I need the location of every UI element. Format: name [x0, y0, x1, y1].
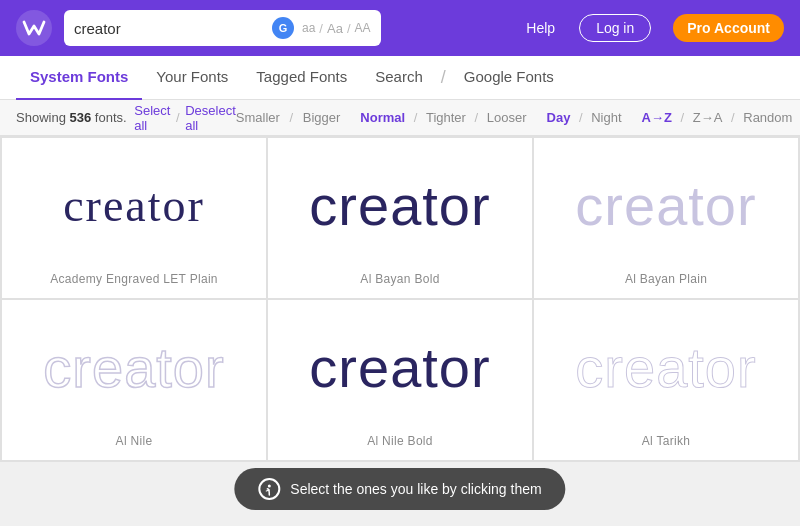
font-name-4: Al Nile Bold [367, 434, 433, 448]
google-g-icon: G [272, 17, 294, 39]
help-link[interactable]: Help [526, 20, 555, 36]
deselect-all-link[interactable]: Deselect all [185, 103, 236, 133]
font-card-3[interactable]: creator Al Nile [2, 300, 266, 460]
spacing-normal[interactable]: Normal [360, 110, 405, 125]
font-count-number: 536 [70, 110, 92, 125]
font-card-0[interactable]: creator Academy Engraved LET Plain [2, 138, 266, 298]
app-header: creator G aa / Aa / AA Help Log in Pro A… [0, 0, 800, 56]
svg-point-1 [268, 485, 271, 488]
font-name-5: Al Tarikh [642, 434, 691, 448]
tooltip-icon [258, 478, 280, 500]
font-name-1: Al Bayan Bold [360, 272, 439, 286]
sort-za[interactable]: Z→A [693, 110, 723, 125]
font-card-4[interactable]: creator Al Nile Bold [268, 300, 532, 460]
font-grid: creator Academy Engraved LET Plain creat… [0, 136, 800, 462]
case-options: aa / Aa / AA [302, 21, 371, 36]
nav-system-fonts[interactable]: System Fonts [16, 56, 142, 100]
size-smaller[interactable]: Smaller [236, 110, 280, 125]
case-aa[interactable]: aa [302, 21, 315, 35]
day-night-controls: Day / Night [547, 110, 622, 125]
login-button[interactable]: Log in [579, 14, 651, 42]
sort-controls: A→Z / Z→A / Random [642, 110, 793, 125]
font-preview-3: creator [43, 300, 224, 434]
font-name-0: Academy Engraved LET Plain [50, 272, 218, 286]
toolbar: Showing 536 fonts. Select all / Deselect… [0, 100, 800, 136]
night-mode[interactable]: Night [591, 110, 621, 125]
font-preview-0: creator [63, 138, 205, 272]
search-input[interactable]: creator [74, 20, 264, 37]
nav-divider: / [441, 67, 446, 88]
font-preview-2: creator [575, 138, 756, 272]
font-name-2: Al Bayan Plain [625, 272, 707, 286]
case-Aa[interactable]: Aa [327, 21, 343, 36]
main-nav: System Fonts Your Fonts Tagged Fonts Sea… [0, 56, 800, 100]
font-preview-5: creator [575, 300, 756, 434]
search-bar: creator G aa / Aa / AA [64, 10, 381, 46]
day-mode[interactable]: Day [547, 110, 571, 125]
size-bigger[interactable]: Bigger [303, 110, 341, 125]
nav-tagged-fonts[interactable]: Tagged Fonts [242, 56, 361, 100]
nav-your-fonts[interactable]: Your Fonts [142, 56, 242, 100]
nav-search[interactable]: Search [361, 56, 437, 100]
font-card-2[interactable]: creator Al Bayan Plain [534, 138, 798, 298]
font-preview-1: creator [309, 138, 490, 272]
font-name-3: Al Nile [116, 434, 153, 448]
spacing-looser[interactable]: Looser [487, 110, 527, 125]
font-card-1[interactable]: creator Al Bayan Bold [268, 138, 532, 298]
spacing-controls: Normal / Tighter / Looser [360, 110, 526, 125]
font-preview-4: creator [309, 300, 490, 434]
font-card-5[interactable]: creator Al Tarikh [534, 300, 798, 460]
sort-random[interactable]: Random [743, 110, 792, 125]
nav-google-fonts[interactable]: Google Fonts [450, 56, 568, 100]
case-AA[interactable]: AA [355, 21, 371, 35]
tooltip-bar: Select the ones you like by clicking the… [234, 468, 565, 510]
sort-az[interactable]: A→Z [642, 110, 672, 125]
spacing-tighter[interactable]: Tighter [426, 110, 466, 125]
pro-account-button[interactable]: Pro Account [673, 14, 784, 42]
select-all-link[interactable]: Select all [134, 103, 170, 133]
size-controls: Smaller / Bigger [236, 110, 341, 125]
tooltip-text: Select the ones you like by clicking the… [290, 481, 541, 497]
logo-icon[interactable] [16, 10, 52, 46]
font-count-label: Showing 536 fonts. [16, 110, 127, 125]
